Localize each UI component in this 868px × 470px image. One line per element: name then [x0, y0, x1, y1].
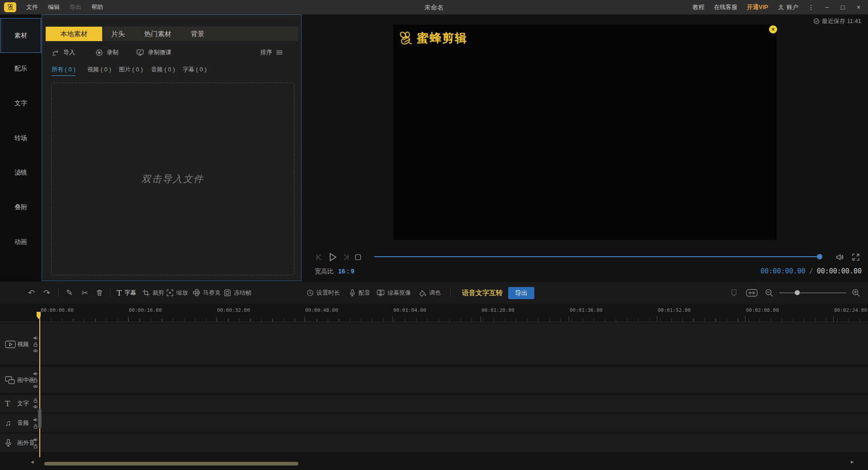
watermark-close-button[interactable]: × [769, 25, 777, 33]
timecode-current: 00:00:00.00 [760, 267, 805, 275]
track-video-lane[interactable]: 视频 [0, 324, 868, 365]
aspect-ratio-value[interactable]: 16 : 9 [338, 268, 354, 276]
speech-text-toggle[interactable]: 语音文字互转 [462, 288, 503, 297]
track-mute-icon[interactable] [33, 418, 38, 423]
scroll-right-arrow[interactable]: ▸ [851, 458, 854, 465]
preview-progress-handle[interactable] [817, 254, 822, 259]
dropzone-hint: 双击导入文件 [142, 173, 204, 185]
record-lesson-button[interactable]: 录制微课 [136, 47, 171, 58]
zoom-out-button[interactable] [765, 288, 774, 297]
track-pip-lane[interactable]: 画中画 [0, 367, 868, 393]
menu-export[interactable]: 导出 [70, 3, 81, 11]
account-button[interactable]: 账户 [778, 3, 798, 11]
track-visibility-icon[interactable] [33, 404, 38, 409]
crop-tool[interactable]: 裁剪 [142, 289, 164, 297]
app-logo-bee-icon[interactable] [4, 2, 16, 12]
mosaic-tool[interactable]: 马赛克 [193, 289, 221, 297]
tab-hot-material[interactable]: 热门素材 [134, 27, 182, 41]
track-mute-icon[interactable] [33, 437, 38, 442]
sidebar-item-text[interactable]: 文字 [0, 99, 42, 108]
menu-help[interactable]: 帮助 [91, 3, 103, 11]
filter-video[interactable]: 视频 ( 0 ) [87, 66, 111, 75]
import-button[interactable]: 导入 [52, 47, 75, 58]
track-audio-lane[interactable]: ♫ 音频 [0, 414, 868, 432]
step-forward-button[interactable] [341, 251, 350, 263]
minimize-button[interactable]: − [824, 4, 830, 11]
track-lock-icon[interactable] [33, 398, 38, 403]
stop-button[interactable] [354, 251, 362, 263]
ruler-tick-label: 00:00:16.00 [129, 307, 162, 313]
maximize-button[interactable]: □ [840, 4, 846, 11]
track-mute-icon[interactable] [33, 335, 38, 340]
tab-intro[interactable]: 片头 [102, 27, 134, 41]
zoom-tool[interactable]: 缩放 [166, 289, 188, 297]
playhead[interactable] [39, 312, 40, 457]
track-lock-icon[interactable] [33, 444, 38, 449]
chroma-key-tool[interactable]: 绿幕抠像 [377, 289, 411, 297]
redo-button[interactable]: ↷ [43, 289, 50, 297]
timeline-zoom-handle[interactable] [795, 290, 800, 295]
timeline: 00:00:00.00 00:00:16.00 00:00:32.00 00:0… [0, 304, 868, 470]
record-button[interactable]: 录制 [95, 47, 118, 58]
play-button[interactable] [327, 251, 338, 263]
sort-list-icon [276, 49, 283, 56]
support-link[interactable]: 在线客服 [714, 3, 737, 11]
preview-progress-bar[interactable] [374, 256, 820, 257]
track-label: 视频 [17, 340, 29, 348]
undo-button[interactable]: ↶ [28, 289, 35, 297]
horizontal-scrollbar-thumb[interactable] [44, 462, 298, 465]
import-dropzone[interactable]: 双击导入文件 [51, 83, 294, 275]
sidebar-item-material[interactable]: 素材 [0, 18, 41, 53]
check-circle-icon [813, 18, 820, 24]
delete-button[interactable] [96, 289, 103, 296]
menu-file[interactable]: 文件 [26, 3, 38, 11]
scale-icon [166, 289, 174, 296]
volume-button[interactable] [835, 251, 844, 263]
user-icon [778, 4, 784, 11]
edit-button[interactable]: ✎ [66, 289, 73, 297]
split-button[interactable]: ✂ [81, 289, 88, 297]
scroll-left-arrow[interactable]: ◂ [31, 458, 34, 465]
filter-image[interactable]: 图片 ( 0 ) [119, 66, 143, 75]
sidebar-item-transition[interactable]: 转场 [0, 134, 42, 143]
vip-link[interactable]: 开通VIP [747, 3, 768, 11]
track-lock-icon[interactable] [33, 342, 38, 347]
zoom-in-button[interactable] [852, 288, 860, 297]
sidebar-item-music[interactable]: 配乐 [0, 65, 42, 74]
ruler-tick-label: 00:01:52.00 [658, 307, 691, 313]
set-duration-tool[interactable]: 设置时长 [307, 289, 340, 297]
filter-subtitle[interactable]: 字幕 ( 0 ) [183, 66, 207, 75]
track-lock-icon[interactable] [33, 424, 38, 429]
tutorial-link[interactable]: 教程 [693, 3, 704, 11]
color-grade-tool[interactable]: 调色 [419, 289, 441, 297]
filter-audio[interactable]: 音频 ( 0 ) [151, 66, 175, 75]
menu-edit[interactable]: 编辑 [48, 3, 60, 11]
sort-button[interactable]: 排序 [260, 47, 283, 58]
vertical-scroll-grip[interactable] [38, 409, 42, 428]
track-mute-icon[interactable] [33, 371, 38, 376]
tab-background[interactable]: 背景 [182, 27, 213, 41]
export-button[interactable]: 导出 [508, 287, 534, 299]
fullscreen-button[interactable] [852, 251, 860, 263]
track-lock-icon[interactable] [33, 378, 38, 383]
marker-button[interactable] [731, 289, 737, 296]
step-back-button[interactable] [315, 251, 324, 263]
ruler-tick-label: 00:00:48.00 [305, 307, 338, 313]
track-text-lane[interactable]: T 文字 [0, 395, 868, 412]
sidebar-item-overlay[interactable]: 叠附 [0, 203, 42, 212]
track-visibility-icon[interactable] [33, 348, 38, 353]
timeline-zoom-slider[interactable] [779, 292, 846, 293]
track-visibility-icon[interactable] [33, 384, 38, 389]
tab-local-material[interactable]: 本地素材 [46, 27, 102, 41]
fit-timeline-button[interactable] [746, 288, 758, 297]
freeze-frame-icon [224, 289, 231, 296]
sidebar-item-animation[interactable]: 动画 [0, 238, 42, 247]
dub-tool[interactable]: 配音 [349, 289, 370, 297]
subtitle-tool[interactable]: T 字幕 [117, 288, 136, 297]
sidebar-item-filter[interactable]: 滤镜 [0, 169, 42, 178]
freeze-frame-tool[interactable]: 冻结帧 [224, 289, 251, 297]
more-menu-icon[interactable]: ⋮ [808, 4, 814, 11]
filter-all[interactable]: 所有 ( 0 ) [52, 66, 75, 76]
close-button[interactable]: × [855, 4, 862, 11]
track-voiceover-lane[interactable]: 画外音 [0, 434, 868, 452]
